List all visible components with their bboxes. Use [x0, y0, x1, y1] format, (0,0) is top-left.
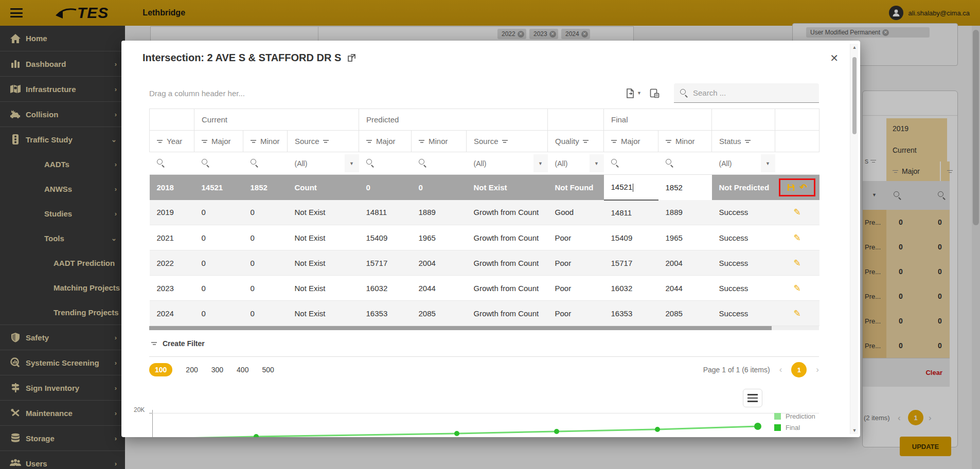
caret-down-icon[interactable]: ▼: [345, 154, 359, 172]
group-panel-hint: Drag a column header her...: [149, 89, 245, 98]
chart-legend: Prediction Final: [774, 412, 815, 431]
edit-icon[interactable]: ✎: [793, 258, 800, 268]
chart-line-series: [149, 383, 819, 437]
filter-current-minor[interactable]: [243, 152, 288, 175]
page-1-button[interactable]: 1: [791, 362, 807, 377]
edit-icon[interactable]: ✎: [793, 233, 800, 243]
text-cursor: [633, 184, 633, 192]
edit-icon[interactable]: ✎: [793, 207, 800, 217]
hscroll-thumb[interactable]: [149, 326, 772, 330]
table-row-2023[interactable]: 202300Not Exist 160322044Growth from Cou…: [150, 276, 819, 301]
table-row-2024[interactable]: 202400Not Exist 163532085Growth from Cou…: [150, 301, 819, 326]
filter-current-major[interactable]: [194, 152, 243, 175]
prev-page-icon[interactable]: ‹: [779, 365, 782, 375]
filter-row: (All)▼ (All)▼ (All)▼ (All)▼: [150, 152, 819, 175]
band-header-row: Current Predicted Final: [150, 109, 819, 131]
legend-final-label[interactable]: Final: [786, 424, 800, 431]
col-quality[interactable]: Quality: [548, 131, 604, 152]
filter-glyph-icon: [157, 139, 163, 143]
filter-glyph-icon: [419, 139, 425, 143]
filter-icon: [151, 341, 157, 346]
page-size-300[interactable]: 300: [211, 366, 223, 374]
caret-down-icon[interactable]: ▼: [533, 154, 548, 172]
table-row-2022[interactable]: 202200Not Exist 157172004Growth from Cou…: [150, 250, 819, 276]
column-header-row: Year Major Minor Source Major Minor Sour…: [150, 131, 819, 152]
page-info: Page 1 of 1 (6 items): [703, 366, 770, 374]
search-input[interactable]: [693, 88, 801, 97]
search-icon: [611, 159, 619, 167]
scroll-down-icon[interactable]: ▼: [850, 428, 859, 433]
col-current-source[interactable]: Source: [288, 131, 359, 152]
col-current-major[interactable]: Major: [194, 131, 243, 152]
final-minor-editor[interactable]: 1852: [658, 175, 712, 200]
col-current-minor[interactable]: Minor: [243, 131, 288, 152]
filter-predicted-minor[interactable]: [412, 152, 467, 175]
close-icon[interactable]: ✕: [830, 52, 839, 63]
filter-predicted-major[interactable]: [359, 152, 412, 175]
final-major-editor[interactable]: 14521: [604, 175, 658, 200]
col-status[interactable]: Status: [712, 131, 775, 152]
filter-glyph-icon: [251, 139, 257, 143]
undo-icon[interactable]: ↶: [799, 183, 807, 192]
filter-status[interactable]: (All)▼: [712, 152, 775, 175]
col-predicted-source[interactable]: Source: [467, 131, 548, 152]
scroll-up-icon[interactable]: ▲: [850, 45, 859, 50]
table-row-2021[interactable]: 202100Not Exist 154091965Growth from Cou…: [150, 225, 819, 250]
col-year[interactable]: Year: [150, 131, 194, 152]
filter-final-minor[interactable]: [658, 152, 712, 175]
filter-glyph-icon: [366, 139, 372, 143]
table-row-2018[interactable]: 2018 14521 1852 Count 0 0 Not Exist Not …: [150, 175, 819, 200]
external-link-icon[interactable]: [347, 53, 356, 62]
column-chooser-button[interactable]: [648, 86, 662, 100]
filter-glyph-icon: [666, 139, 672, 143]
filter-glyph-icon: [202, 139, 208, 143]
grid-pager: 100 200 300 400 500 Page 1 of 1 (6 items…: [149, 357, 819, 383]
caret-down-icon[interactable]: ▼: [761, 154, 775, 172]
search-icon: [666, 159, 673, 167]
edit-icon[interactable]: ✎: [793, 283, 800, 293]
page-size-500[interactable]: 500: [262, 366, 274, 374]
page-size-100[interactable]: 100: [149, 363, 172, 376]
caret-down-icon: ▼: [637, 91, 642, 96]
edit-icon[interactable]: ✎: [793, 309, 800, 318]
filter-glyph-icon: [323, 139, 329, 143]
next-page-icon[interactable]: ›: [816, 365, 819, 375]
filter-current-source[interactable]: (All)▼: [288, 152, 359, 175]
table-row-2019[interactable]: 201900Not Exist 148111889Growth from Cou…: [150, 200, 819, 225]
filter-final-major[interactable]: [604, 152, 658, 175]
col-predicted-minor[interactable]: Minor: [412, 131, 467, 152]
page-size-400[interactable]: 400: [237, 366, 248, 374]
search-icon: [157, 159, 165, 167]
modal-title: Intersection: 2 AVE S & STAFFORD DR S: [142, 52, 356, 64]
y-axis-tick-label: 20K: [134, 406, 145, 413]
search-icon: [251, 159, 258, 167]
filter-predicted-source[interactable]: (All)▼: [467, 152, 548, 175]
column-chooser-icon: [650, 88, 660, 98]
create-filter-bar[interactable]: Create Filter: [149, 330, 819, 357]
filter-quality[interactable]: (All)▼: [548, 152, 604, 175]
filter-glyph-icon: [502, 139, 508, 143]
col-predicted-major[interactable]: Major: [359, 131, 412, 152]
highlighted-action-box: ↶: [779, 178, 815, 196]
modal-scrollbar-thumb[interactable]: [852, 57, 857, 134]
export-button[interactable]: ▼: [623, 86, 644, 100]
intersection-modal: Intersection: 2 AVE S & STAFFORD DR S ✕ …: [121, 41, 860, 437]
filter-glyph-icon: [745, 139, 751, 143]
aadt-grid: Current Predicted Final Year Major Minor…: [149, 109, 819, 326]
caret-down-icon[interactable]: ▼: [590, 154, 604, 172]
col-final-minor[interactable]: Minor: [658, 131, 712, 152]
search-icon: [202, 159, 209, 167]
grid-search[interactable]: [674, 83, 819, 103]
legend-prediction-label[interactable]: Prediction: [786, 412, 815, 420]
modal-scrollbar[interactable]: ▲ ▼: [850, 44, 858, 434]
page-size-200[interactable]: 200: [186, 366, 198, 374]
filter-glyph-icon: [583, 139, 589, 143]
band-current: Current: [194, 109, 359, 131]
filter-year[interactable]: [150, 152, 194, 175]
search-icon: [680, 89, 688, 97]
save-icon[interactable]: [787, 184, 795, 191]
col-final-major[interactable]: Major: [604, 131, 658, 152]
search-icon: [419, 159, 426, 167]
band-predicted: Predicted: [359, 109, 548, 131]
grid-horizontal-scrollbar[interactable]: [149, 326, 819, 330]
